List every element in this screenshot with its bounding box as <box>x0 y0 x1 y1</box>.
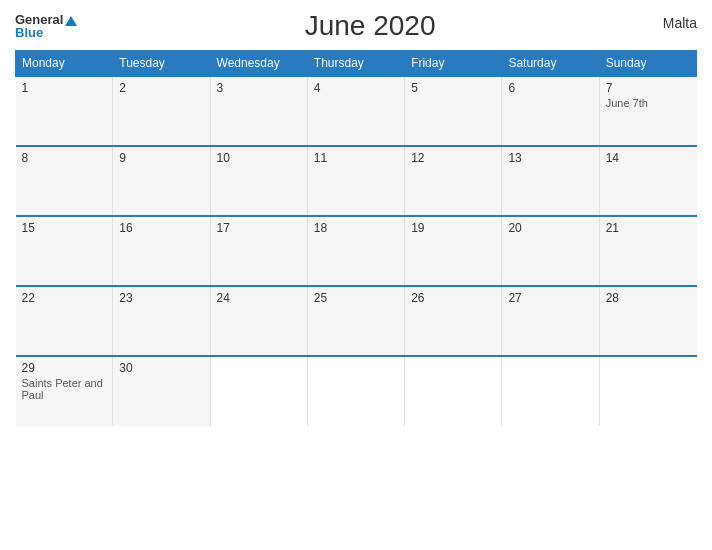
calendar-cell: 30 <box>113 356 210 426</box>
calendar-cell: 7June 7th <box>599 76 696 146</box>
calendar-week-row: 29Saints Peter and Paul30 <box>16 356 697 426</box>
day-event-label: Saints Peter and Paul <box>22 377 107 401</box>
calendar-cell: 24 <box>210 286 307 356</box>
day-number: 1 <box>22 81 107 95</box>
day-event-label: June 7th <box>606 97 691 109</box>
calendar-cell <box>502 356 599 426</box>
day-number: 12 <box>411 151 495 165</box>
calendar-cell: 14 <box>599 146 696 216</box>
day-number: 26 <box>411 291 495 305</box>
header-thursday: Thursday <box>307 51 404 77</box>
calendar-cell: 25 <box>307 286 404 356</box>
calendar-cell: 1 <box>16 76 113 146</box>
day-number: 4 <box>314 81 398 95</box>
day-number: 5 <box>411 81 495 95</box>
calendar-cell: 21 <box>599 216 696 286</box>
day-number: 19 <box>411 221 495 235</box>
day-number: 18 <box>314 221 398 235</box>
logo-triangle-icon <box>65 16 77 26</box>
logo-blue-text: Blue <box>15 26 77 39</box>
day-number: 23 <box>119 291 203 305</box>
calendar-cell: 3 <box>210 76 307 146</box>
day-number: 22 <box>22 291 107 305</box>
calendar-cell: 13 <box>502 146 599 216</box>
calendar-cell: 6 <box>502 76 599 146</box>
calendar-week-row: 1234567June 7th <box>16 76 697 146</box>
calendar-cell <box>599 356 696 426</box>
header-monday: Monday <box>16 51 113 77</box>
header-tuesday: Tuesday <box>113 51 210 77</box>
calendar-cell: 12 <box>405 146 502 216</box>
calendar-cell: 28 <box>599 286 696 356</box>
header-friday: Friday <box>405 51 502 77</box>
day-number: 13 <box>508 151 592 165</box>
calendar-cell: 8 <box>16 146 113 216</box>
calendar-cell: 22 <box>16 286 113 356</box>
calendar-cell: 11 <box>307 146 404 216</box>
calendar-table: Monday Tuesday Wednesday Thursday Friday… <box>15 50 697 426</box>
calendar-cell: 9 <box>113 146 210 216</box>
day-number: 28 <box>606 291 691 305</box>
day-number: 29 <box>22 361 107 375</box>
calendar-cell: 5 <box>405 76 502 146</box>
calendar-cell: 17 <box>210 216 307 286</box>
day-number: 16 <box>119 221 203 235</box>
header-sunday: Sunday <box>599 51 696 77</box>
calendar-cell <box>210 356 307 426</box>
calendar-cell: 23 <box>113 286 210 356</box>
day-number: 10 <box>217 151 301 165</box>
calendar-week-row: 22232425262728 <box>16 286 697 356</box>
calendar-page: General Blue June 2020 Malta Monday Tues… <box>0 0 712 550</box>
day-number: 7 <box>606 81 691 95</box>
day-number: 27 <box>508 291 592 305</box>
calendar-cell: 19 <box>405 216 502 286</box>
day-number: 11 <box>314 151 398 165</box>
weekday-header-row: Monday Tuesday Wednesday Thursday Friday… <box>16 51 697 77</box>
calendar-cell: 2 <box>113 76 210 146</box>
header-saturday: Saturday <box>502 51 599 77</box>
calendar-week-row: 891011121314 <box>16 146 697 216</box>
calendar-cell: 16 <box>113 216 210 286</box>
day-number: 21 <box>606 221 691 235</box>
header: General Blue June 2020 Malta <box>15 10 697 42</box>
day-number: 9 <box>119 151 203 165</box>
calendar-cell: 15 <box>16 216 113 286</box>
calendar-cell: 26 <box>405 286 502 356</box>
calendar-body: 1234567June 7th8910111213141516171819202… <box>16 76 697 426</box>
country-label: Malta <box>663 15 697 31</box>
calendar-cell: 27 <box>502 286 599 356</box>
day-number: 3 <box>217 81 301 95</box>
day-number: 25 <box>314 291 398 305</box>
calendar-week-row: 15161718192021 <box>16 216 697 286</box>
calendar-cell: 29Saints Peter and Paul <box>16 356 113 426</box>
calendar-cell <box>405 356 502 426</box>
day-number: 17 <box>217 221 301 235</box>
day-number: 20 <box>508 221 592 235</box>
calendar-cell: 18 <box>307 216 404 286</box>
calendar-cell: 4 <box>307 76 404 146</box>
day-number: 2 <box>119 81 203 95</box>
calendar-header: Monday Tuesday Wednesday Thursday Friday… <box>16 51 697 77</box>
day-number: 15 <box>22 221 107 235</box>
calendar-title: June 2020 <box>305 10 436 42</box>
day-number: 14 <box>606 151 691 165</box>
day-number: 6 <box>508 81 592 95</box>
calendar-cell <box>307 356 404 426</box>
day-number: 24 <box>217 291 301 305</box>
header-wednesday: Wednesday <box>210 51 307 77</box>
logo: General Blue <box>15 13 77 39</box>
calendar-cell: 20 <box>502 216 599 286</box>
day-number: 30 <box>119 361 203 375</box>
calendar-cell: 10 <box>210 146 307 216</box>
day-number: 8 <box>22 151 107 165</box>
